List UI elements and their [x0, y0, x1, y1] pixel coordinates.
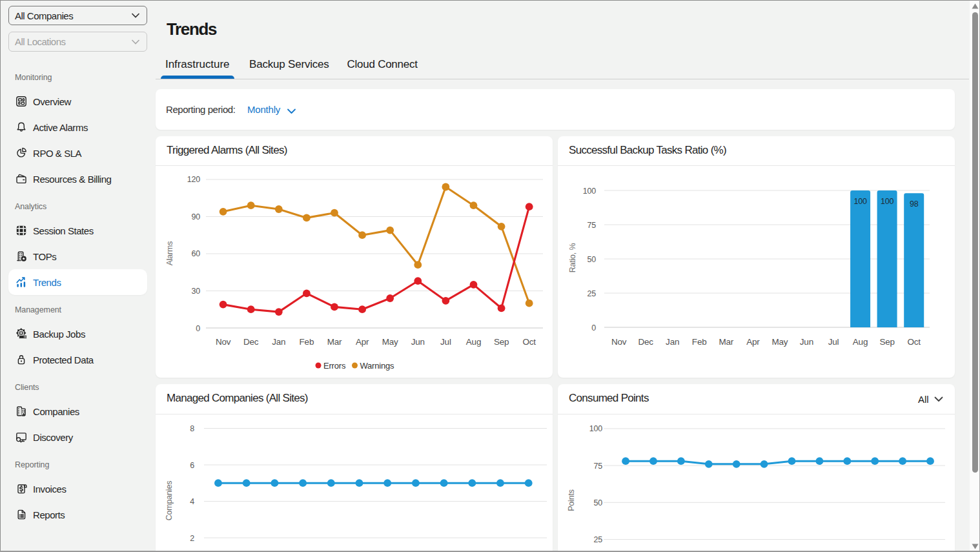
svg-text:50: 50	[587, 254, 596, 263]
svg-text:Errors: Errors	[323, 360, 346, 370]
svg-text:Alarms: Alarms	[165, 241, 174, 265]
svg-text:May: May	[382, 337, 398, 347]
svg-text:Apr: Apr	[746, 337, 760, 347]
svg-text:75: 75	[593, 461, 602, 470]
svg-text:Companies: Companies	[165, 480, 174, 520]
svg-text:Jan: Jan	[272, 337, 285, 347]
svg-text:Dec: Dec	[638, 337, 653, 347]
svg-text:120: 120	[187, 175, 201, 184]
svg-text:Jan: Jan	[666, 337, 679, 347]
svg-text:Sep: Sep	[879, 337, 894, 347]
svg-text:Oct: Oct	[522, 337, 536, 347]
svg-text:Ratio, %: Ratio, %	[568, 243, 577, 272]
svg-text:2: 2	[190, 533, 194, 542]
svg-text:0: 0	[196, 323, 200, 332]
svg-text:Oct: Oct	[907, 337, 921, 347]
svg-text:Nov: Nov	[216, 337, 231, 347]
svg-text:Warnings: Warnings	[360, 360, 395, 370]
svg-text:Nov: Nov	[611, 337, 627, 347]
svg-text:Dec: Dec	[243, 337, 259, 347]
svg-text:Jun: Jun	[411, 337, 425, 347]
svg-text:Points: Points	[567, 489, 576, 511]
svg-text:100: 100	[853, 197, 867, 206]
svg-text:50: 50	[593, 498, 602, 507]
svg-text:Mar: Mar	[719, 337, 733, 347]
svg-text:Jul: Jul	[828, 337, 839, 347]
svg-text:30: 30	[191, 286, 200, 295]
svg-text:25: 25	[587, 289, 596, 298]
svg-text:Aug: Aug	[466, 337, 481, 347]
svg-text:Mar: Mar	[327, 337, 342, 347]
svg-text:75: 75	[587, 220, 596, 229]
svg-text:60: 60	[191, 249, 200, 258]
svg-text:25: 25	[593, 535, 602, 544]
svg-text:Aug: Aug	[853, 337, 868, 347]
svg-text:Jul: Jul	[440, 337, 451, 347]
svg-text:Sep: Sep	[494, 337, 509, 347]
svg-text:6: 6	[190, 460, 194, 469]
svg-text:Feb: Feb	[692, 337, 707, 347]
svg-text:Jun: Jun	[800, 337, 813, 347]
svg-text:May: May	[771, 337, 788, 347]
svg-text:90: 90	[191, 212, 200, 221]
svg-text:100: 100	[589, 424, 603, 433]
svg-text:98: 98	[910, 199, 919, 209]
svg-text:100: 100	[881, 197, 894, 206]
svg-text:Apr: Apr	[356, 337, 369, 347]
svg-text:4: 4	[190, 497, 194, 506]
svg-text:Feb: Feb	[300, 337, 314, 347]
svg-text:8: 8	[190, 424, 194, 433]
svg-text:0: 0	[591, 323, 596, 332]
svg-text:100: 100	[583, 186, 597, 195]
